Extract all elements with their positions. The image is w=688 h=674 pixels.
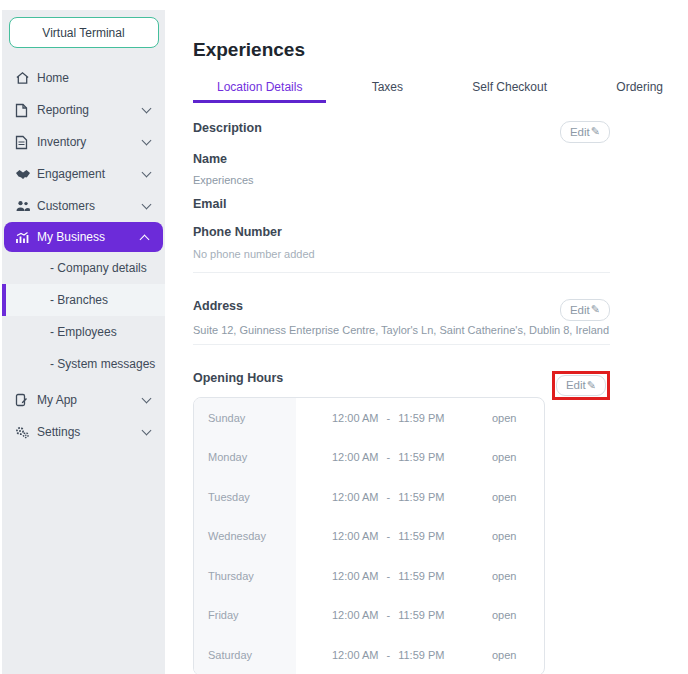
description-label: Description [193, 121, 262, 135]
page-title: Experiences [193, 38, 688, 61]
sidebar-item-label: Reporting [37, 103, 143, 117]
sidebar-subitem-label: - Employees [50, 325, 117, 339]
sidebar-subitem-label: - System messages [50, 357, 155, 371]
chevron-down-icon [142, 426, 152, 436]
sidebar-item-reporting[interactable]: Reporting [2, 94, 165, 126]
sidebar-item-label: Engagement [37, 167, 143, 181]
chevron-down-icon [142, 200, 152, 210]
chevron-down-icon [142, 394, 152, 404]
sidebar-subitem-label: - Company details [50, 261, 147, 275]
day-cell: Monday [194, 438, 296, 478]
my-app-icon [15, 393, 37, 407]
sidebar-item-label: Settings [37, 425, 143, 439]
tab-self-checkout[interactable]: Self Checkout [448, 80, 571, 103]
section-divider [193, 272, 610, 273]
hours-row-friday: Friday 12:00 AM-11:59 PM open [194, 596, 544, 636]
section-divider [193, 344, 610, 345]
pencil-icon: ✎ [591, 126, 600, 137]
sidebar-item-my-business[interactable]: My Business [4, 222, 163, 252]
chevron-down-icon [142, 104, 152, 114]
chevron-down-icon [142, 136, 152, 146]
time-cell: 12:00 AM-11:59 PM [332, 635, 492, 674]
time-cell: 12:00 AM-11:59 PM [332, 556, 492, 596]
status-cell: open [492, 438, 516, 478]
highlight-red-box: Edit✎ [552, 371, 610, 400]
time-cell: 12:00 AM-11:59 PM [332, 477, 492, 517]
phone-value: No phone number added [193, 248, 610, 260]
description-row: Description Edit✎ [193, 121, 610, 143]
time-cell: 12:00 AM-11:59 PM [332, 517, 492, 557]
address-value: Suite 12, Guinness Enterprise Centre, Ta… [193, 324, 610, 336]
sidebar-item-label: My App [37, 393, 143, 407]
settings-icon [15, 426, 37, 439]
hours-row-monday: Monday 12:00 AM-11:59 PM open [194, 438, 544, 478]
sidebar-item-my-app[interactable]: My App [2, 384, 165, 416]
edit-address-button[interactable]: Edit✎ [560, 299, 610, 321]
sidebar-item-engagement[interactable]: Engagement [2, 158, 165, 190]
status-cell: open [492, 477, 516, 517]
sidebar-item-label: My Business [37, 230, 141, 244]
hours-row-tuesday: Tuesday 12:00 AM-11:59 PM open [194, 477, 544, 517]
tab-location-details[interactable]: Location Details [193, 80, 326, 103]
day-cell: Saturday [194, 635, 296, 674]
day-cell: Friday [194, 596, 296, 636]
business-icon [15, 231, 37, 244]
chevron-down-icon [142, 168, 152, 178]
opening-hours-row: Opening Hours Edit✎ [193, 371, 610, 400]
sidebar-item-label: Inventory [37, 135, 143, 149]
opening-hours-table: Sunday 12:00 AM-11:59 PM open Monday 12:… [193, 397, 545, 674]
sidebar-item-label: Home [37, 71, 153, 85]
pencil-icon: ✎ [587, 380, 596, 391]
email-label: Email [193, 197, 610, 211]
tab-ordering[interactable]: Ordering [592, 80, 687, 103]
time-cell: 12:00 AM-11:59 PM [332, 596, 492, 636]
time-cell: 12:00 AM-11:59 PM [332, 398, 492, 438]
main-content: Experiences Location Details Taxes Self … [165, 0, 688, 674]
sidebar-nav: Home Reporting Inventory E [2, 62, 165, 448]
day-cell: Sunday [194, 398, 296, 438]
customers-icon [15, 200, 37, 212]
edit-opening-hours-button[interactable]: Edit✎ [556, 375, 606, 396]
page: Virtual Terminal Home Reporting Inve [0, 0, 688, 674]
phone-label: Phone Number [193, 225, 610, 239]
day-cell: Wednesday [194, 517, 296, 557]
address-row: Address Edit✎ [193, 299, 610, 321]
engagement-icon [15, 168, 37, 180]
sidebar-subitem-system-messages[interactable]: - System messages [2, 348, 165, 380]
reporting-icon [15, 103, 37, 118]
status-cell: open [492, 635, 516, 674]
hours-row-wednesday: Wednesday 12:00 AM-11:59 PM open [194, 517, 544, 557]
location-details-panel: Description Edit✎ Name Experiences Email… [193, 121, 610, 674]
sidebar-subitem-branches[interactable]: - Branches [2, 284, 165, 316]
status-cell: open [492, 517, 516, 557]
sidebar-item-customers[interactable]: Customers [2, 190, 165, 222]
day-cell: Tuesday [194, 477, 296, 517]
status-cell: open [492, 556, 516, 596]
sidebar-item-settings[interactable]: Settings [2, 416, 165, 448]
edit-description-button[interactable]: Edit✎ [560, 121, 610, 143]
pencil-icon: ✎ [591, 304, 600, 315]
day-cell: Thursday [194, 556, 296, 596]
virtual-terminal-button[interactable]: Virtual Terminal [9, 17, 159, 48]
sidebar-item-home[interactable]: Home [2, 62, 165, 94]
chevron-up-icon [140, 234, 150, 244]
tab-bar: Location Details Taxes Self Checkout Ord… [193, 80, 687, 103]
name-value: Experiences [193, 174, 610, 186]
hours-row-sunday: Sunday 12:00 AM-11:59 PM open [194, 398, 544, 438]
address-label: Address [193, 299, 243, 313]
sidebar-subitem-label: - Branches [50, 293, 108, 307]
sidebar: Virtual Terminal Home Reporting Inve [2, 10, 165, 674]
sidebar-subitem-employees[interactable]: - Employees [2, 316, 165, 348]
inventory-icon [15, 135, 37, 150]
sidebar-item-label: Customers [37, 199, 143, 213]
status-cell: open [492, 596, 516, 636]
hours-row-saturday: Saturday 12:00 AM-11:59 PM open [194, 635, 544, 674]
sidebar-item-inventory[interactable]: Inventory [2, 126, 165, 158]
status-cell: open [492, 398, 516, 438]
hours-row-thursday: Thursday 12:00 AM-11:59 PM open [194, 556, 544, 596]
name-label: Name [193, 152, 610, 166]
time-cell: 12:00 AM-11:59 PM [332, 438, 492, 478]
tab-taxes[interactable]: Taxes [348, 80, 427, 103]
sidebar-subitem-company-details[interactable]: - Company details [2, 252, 165, 284]
opening-hours-label: Opening Hours [193, 371, 283, 385]
